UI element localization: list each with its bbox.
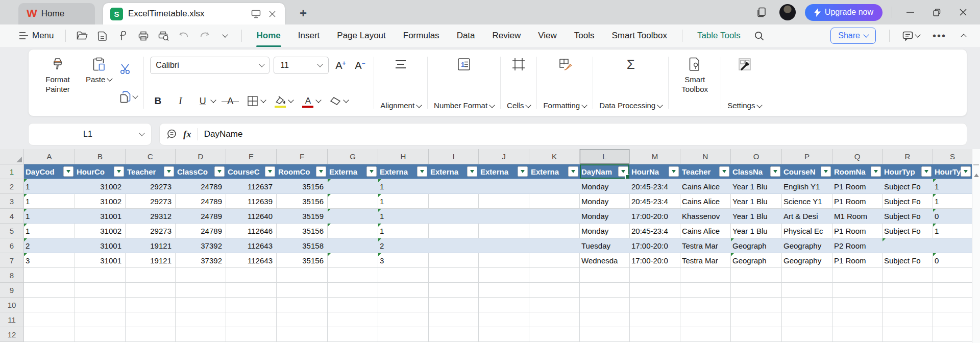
cell-K11[interactable] xyxy=(529,312,580,327)
column-header-K[interactable]: K xyxy=(529,149,580,164)
tab-formulas[interactable]: Formulas xyxy=(396,24,447,47)
column-header-B[interactable]: B xyxy=(75,149,126,164)
tab-home[interactable]: Home xyxy=(249,24,288,47)
cell-Q3[interactable]: P1 Room xyxy=(832,194,883,209)
cell-D9[interactable] xyxy=(176,283,226,298)
cell-A3[interactable]: 1 xyxy=(24,194,75,209)
cell-N1[interactable]: Teacher xyxy=(680,164,731,179)
cell-K3[interactable] xyxy=(529,194,580,209)
cell-P8[interactable] xyxy=(782,268,832,283)
user-avatar[interactable] xyxy=(779,4,796,20)
column-header-C[interactable]: C xyxy=(126,149,176,164)
cell-H11[interactable] xyxy=(378,312,429,327)
cell-L9[interactable] xyxy=(580,283,630,298)
cell-L10[interactable] xyxy=(580,298,630,312)
filter-button-Q[interactable] xyxy=(871,166,881,177)
tab-review[interactable]: Review xyxy=(485,24,529,47)
column-header-N[interactable]: N xyxy=(680,149,731,164)
cell-S11[interactable] xyxy=(933,312,972,327)
cell-Q8[interactable] xyxy=(832,268,883,283)
cell-K10[interactable] xyxy=(529,298,580,312)
cell-Q1[interactable]: RoomNa xyxy=(832,164,883,179)
window-stack-icon[interactable] xyxy=(753,4,770,21)
cell-J11[interactable] xyxy=(479,312,529,327)
cell-S5[interactable]: 1 xyxy=(933,224,972,238)
scroll-up-arrow[interactable] xyxy=(974,174,979,177)
tab-smart-toolbox[interactable]: Smart Toolbox xyxy=(604,24,675,47)
cell-J10[interactable] xyxy=(479,298,529,312)
cell-I8[interactable] xyxy=(429,268,479,283)
column-header-Q[interactable]: Q xyxy=(832,149,883,164)
cell-M7[interactable]: 17:00-20:0 xyxy=(630,253,680,268)
formatting-button[interactable]: Formatting xyxy=(539,54,591,112)
cell-D1[interactable]: ClassCo xyxy=(176,164,226,179)
cell-E3[interactable]: 112639 xyxy=(226,194,277,209)
cell-G10[interactable] xyxy=(328,298,378,312)
cell-B6[interactable]: 31001 xyxy=(75,238,126,253)
cell-R10[interactable] xyxy=(883,298,933,312)
cell-J6[interactable] xyxy=(479,238,529,253)
cell-E2[interactable]: 112637 xyxy=(226,179,277,194)
cell-J1[interactable]: Externa xyxy=(479,164,529,179)
filter-button-R[interactable] xyxy=(921,166,932,177)
cell-E4[interactable]: 112640 xyxy=(226,209,277,224)
settings-button[interactable]: Settings xyxy=(723,54,766,112)
cell-K4[interactable] xyxy=(529,209,580,224)
cell-M2[interactable]: 20:45-23:4 xyxy=(630,179,680,194)
document-tab[interactable]: S ExcelTimetable.xlsx xyxy=(103,3,285,24)
cell-R7[interactable]: Subject Fo xyxy=(883,253,933,268)
cell-D7[interactable]: 37392 xyxy=(176,253,226,268)
fill-color-button[interactable] xyxy=(273,93,293,109)
cell-B12[interactable] xyxy=(75,327,126,342)
cell-F11[interactable] xyxy=(277,312,328,327)
cell-H1[interactable]: Externa xyxy=(378,164,429,179)
strikethrough-button[interactable]: A xyxy=(223,93,238,109)
cell-I10[interactable] xyxy=(429,298,479,312)
cell-G4[interactable] xyxy=(328,209,378,224)
cell-N6[interactable]: Testra Mar xyxy=(680,238,731,253)
cell-L7[interactable]: Wednesda xyxy=(580,253,630,268)
cell-E12[interactable] xyxy=(226,327,277,342)
cell-N11[interactable] xyxy=(680,312,731,327)
alignment-button[interactable]: Alignment xyxy=(376,54,425,112)
smart-toolbox-button[interactable]: Smart Toolbox xyxy=(671,54,719,112)
cell-D6[interactable]: 37392 xyxy=(176,238,226,253)
search-button[interactable] xyxy=(750,28,769,44)
tab-data[interactable]: Data xyxy=(449,24,483,47)
font-color-button[interactable]: A xyxy=(300,93,321,109)
main-menu-button[interactable]: Menu xyxy=(15,31,58,41)
cell-J12[interactable] xyxy=(479,327,529,342)
cell-F12[interactable] xyxy=(277,327,328,342)
cell-D12[interactable] xyxy=(176,327,226,342)
cell-M12[interactable] xyxy=(630,327,680,342)
cell-A6[interactable]: 2 xyxy=(24,238,75,253)
cell-K2[interactable] xyxy=(529,179,580,194)
cell-O9[interactable] xyxy=(731,283,782,298)
cell-D11[interactable] xyxy=(176,312,226,327)
cell-B8[interactable] xyxy=(75,268,126,283)
cell-F6[interactable]: 35158 xyxy=(277,238,328,253)
row-number-1[interactable]: 1 xyxy=(0,164,24,179)
cell-A11[interactable] xyxy=(24,312,75,327)
export-pdf-button[interactable] xyxy=(114,28,132,44)
filter-button-A[interactable] xyxy=(63,166,74,177)
collapse-ribbon-button[interactable] xyxy=(954,28,973,44)
column-header-O[interactable]: O xyxy=(731,149,782,164)
number-format-button[interactable]: 1 Number Format xyxy=(430,54,498,112)
upgrade-now-button[interactable]: Upgrade now xyxy=(805,4,883,21)
cell-Q6[interactable]: P2 Room xyxy=(832,238,883,253)
cell-D4[interactable]: 24789 xyxy=(176,209,226,224)
italic-button[interactable]: I xyxy=(173,93,188,109)
cell-R11[interactable] xyxy=(883,312,933,327)
close-document-icon[interactable] xyxy=(266,8,278,19)
cell-Q7[interactable]: P1 Room xyxy=(832,253,883,268)
insert-function-icon[interactable]: fx xyxy=(183,129,191,140)
cell-A4[interactable]: 1 xyxy=(24,209,75,224)
tab-table-tools[interactable]: Table Tools xyxy=(690,24,748,47)
filter-button-I[interactable] xyxy=(467,166,477,177)
cell-K5[interactable] xyxy=(529,224,580,238)
cell-P1[interactable]: CourseN xyxy=(782,164,832,179)
cell-I12[interactable] xyxy=(429,327,479,342)
row-number-12[interactable]: 12 xyxy=(0,327,24,342)
cell-C8[interactable] xyxy=(126,268,176,283)
